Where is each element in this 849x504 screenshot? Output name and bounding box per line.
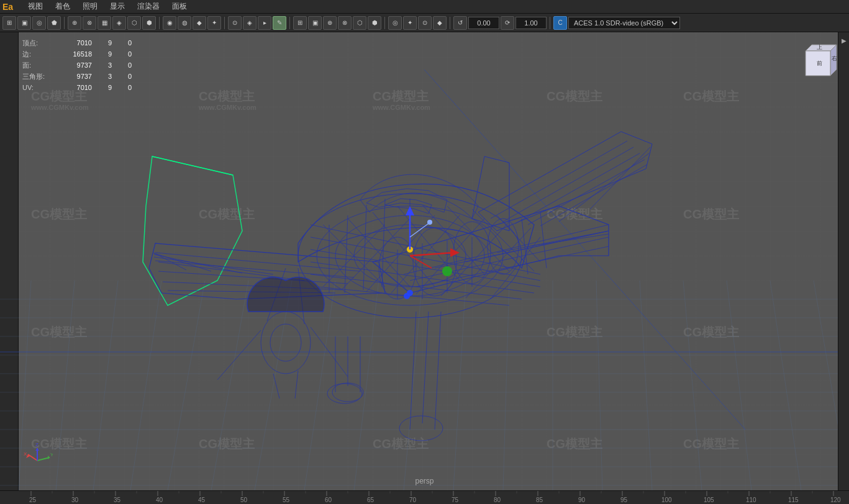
stats-panel: 顶点: 7010 9 0 边: 16518 9 0 面: 9737 3 0 三角… [22,37,132,93]
svg-text:右: 右 [832,55,837,61]
menu-item-panel[interactable]: 面板 [170,0,189,13]
face-label: 面: [22,60,53,71]
svg-text:120: 120 [830,497,841,503]
menu-item-view[interactable]: 视图 [25,0,45,13]
svg-text:105: 105 [704,497,714,503]
svg-rect-142 [0,491,849,504]
bottom-ruler: 25 30 35 40 45 50 55 60 65 70 75 80 85 9… [0,490,849,504]
svg-text:80: 80 [494,497,501,503]
toolbar-btn-30[interactable]: ⟳ [501,16,514,30]
uv-col2: 9 [99,82,112,93]
left-panel [0,32,19,490]
svg-text:Y: Y [50,452,53,457]
sep-3 [224,17,225,29]
right-edge-arrow[interactable]: ▶ [842,37,847,44]
toolbar-btn-5[interactable]: ⊕ [68,16,81,30]
perspective-label: persp [415,477,434,485]
toolbar-btn-13[interactable]: ◆ [193,16,206,30]
right-edge-panel: ▶ [838,32,849,490]
toolbar-btn-25[interactable]: ◎ [388,16,402,30]
color-mode-dropdown[interactable]: ACES 1.0 SDR-video (sRGB) [568,17,680,29]
toolbar-btn-17[interactable]: ▸ [258,16,271,30]
svg-text:100: 100 [661,497,672,503]
viewport-background [0,32,849,490]
toolbar-btn-26[interactable]: ✦ [403,16,417,30]
toolbar-btn-16[interactable]: ◈ [243,16,257,30]
svg-text:110: 110 [746,497,756,503]
svg-text:85: 85 [536,497,543,503]
toolbar-btn-15[interactable]: ⊙ [228,16,242,30]
sep-6 [450,17,450,29]
svg-text:35: 35 [114,497,121,503]
sep-7 [550,17,550,29]
svg-text:30: 30 [71,497,79,503]
toolbar-btn-27[interactable]: ⊙ [418,16,432,30]
uv-col3: 0 [119,82,132,93]
vertex-col3: 0 [119,37,132,48]
toolbar-btn-8[interactable]: ◈ [112,16,126,30]
svg-marker-138 [35,448,39,451]
tri-col2: 3 [99,71,112,82]
edge-col3: 0 [119,48,132,60]
edge-label: 边: [22,48,53,60]
svg-text:65: 65 [367,497,375,503]
viewport[interactable]: 顶点: 7010 9 0 边: 16518 9 0 面: 9737 3 0 三角… [0,32,849,490]
color-swatch[interactable]: C [553,16,567,30]
face-col2: 3 [99,60,112,71]
svg-text:95: 95 [620,497,628,503]
svg-text:40: 40 [156,497,163,503]
toolbar-btn-10[interactable]: ⬢ [142,16,156,30]
sep-2 [159,17,160,29]
menu-bar: Ea 视图 着色 照明 显示 渲染器 面板 [0,0,849,14]
toolbar-btn-2[interactable]: ▣ [17,16,31,30]
edge-val: 16518 [61,48,92,60]
toolbar-btn-3[interactable]: ◎ [32,16,46,30]
toolbar-btn-9[interactable]: ⬡ [127,16,141,30]
svg-text:X: X [24,451,27,457]
app-logo: Ea [2,2,13,12]
toolbar: ⊞ ▣ ◎ ⬟ ⊕ ⊗ ▦ ◈ ⬡ ⬢ ◉ ◍ ◆ ✦ ⊙ ◈ ▸ ✎ ⊞ ▣ … [0,14,849,32]
vertex-val: 7010 [61,37,92,48]
edge-col2: 9 [99,48,112,60]
svg-text:55: 55 [283,497,290,503]
toolbar-btn-7[interactable]: ▦ [98,16,111,30]
transform-x-input[interactable] [468,17,499,29]
tri-label: 三角形: [22,71,53,82]
menu-item-shade[interactable]: 着色 [53,0,73,13]
sep-5 [384,17,385,29]
toolbar-btn-21[interactable]: ⊕ [323,16,337,30]
svg-line-133 [28,454,37,461]
uv-label: UV: [22,82,53,93]
toolbar-btn-20[interactable]: ▣ [308,16,322,30]
toolbar-btn-6[interactable]: ⊗ [83,16,96,30]
svg-marker-137 [48,456,50,459]
toolbar-btn-11[interactable]: ◉ [163,16,176,30]
svg-text:45: 45 [198,497,206,503]
toolbar-btn-29[interactable]: ↺ [453,16,467,30]
toolbar-btn-14[interactable]: ✦ [207,16,221,30]
menu-item-light[interactable]: 照明 [80,0,100,13]
menu-item-renderer[interactable]: 渲染器 [135,0,162,13]
face-val: 9737 [61,60,92,71]
menu-item-display[interactable]: 显示 [107,0,127,13]
toolbar-btn-19[interactable]: ⊞ [293,16,307,30]
svg-text:50: 50 [240,497,248,503]
transform-y-input[interactable] [515,17,547,29]
svg-text:60: 60 [325,497,332,503]
svg-text:Z: Z [35,442,39,448]
axis-indicator: X Y Z [22,439,53,472]
svg-text:上: 上 [817,44,822,50]
toolbar-btn-22[interactable]: ⊗ [338,16,352,30]
toolbar-btn-18[interactable]: ✎ [273,16,286,30]
toolbar-btn-4[interactable]: ⬟ [47,16,61,30]
toolbar-btn-12[interactable]: ◍ [178,16,191,30]
tri-val: 9737 [61,71,92,82]
toolbar-btn-28[interactable]: ◆ [433,16,447,30]
toolbar-btn-23[interactable]: ⬡ [353,16,366,30]
svg-text:25: 25 [29,497,37,503]
nav-cube[interactable]: 前 右 上 [793,38,843,88]
toolbar-btn-24[interactable]: ⬢ [368,16,381,30]
uv-val: 7010 [61,82,92,93]
tri-col3: 0 [119,71,132,82]
toolbar-btn-1[interactable]: ⊞ [2,16,16,30]
